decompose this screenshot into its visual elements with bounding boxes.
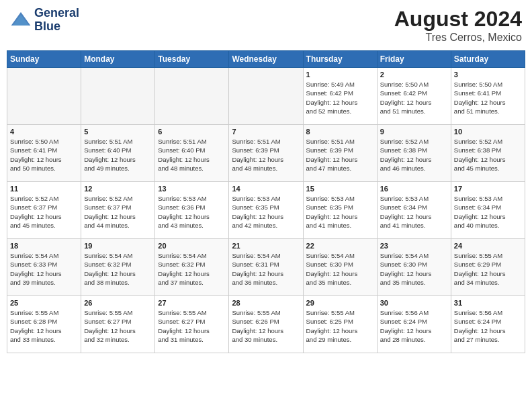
day-info: Sunrise: 5:52 AM Sunset: 6:38 PM Dayligh… (380, 137, 448, 173)
day-info: Sunrise: 5:50 AM Sunset: 6:41 PM Dayligh… (454, 80, 522, 116)
day-info: Sunrise: 5:53 AM Sunset: 6:36 PM Dayligh… (158, 194, 226, 230)
day-number: 18 (10, 242, 78, 250)
calendar-day-5: 5Sunrise: 5:51 AM Sunset: 6:40 PM Daylig… (81, 125, 155, 182)
day-number: 27 (158, 299, 226, 307)
calendar-day-empty (155, 68, 229, 125)
calendar-day-23: 23Sunrise: 5:54 AM Sunset: 6:30 PM Dayli… (377, 239, 451, 296)
day-info: Sunrise: 5:54 AM Sunset: 6:30 PM Dayligh… (306, 251, 374, 287)
calendar-day-25: 25Sunrise: 5:55 AM Sunset: 6:28 PM Dayli… (7, 296, 81, 353)
weekday-header-friday: Friday (377, 51, 451, 68)
day-info: Sunrise: 5:55 AM Sunset: 6:28 PM Dayligh… (10, 308, 78, 344)
weekday-header-row: SundayMondayTuesdayWednesdayThursdayFrid… (7, 51, 525, 68)
day-info: Sunrise: 5:55 AM Sunset: 6:26 PM Dayligh… (232, 308, 300, 344)
calendar-day-11: 11Sunrise: 5:52 AM Sunset: 6:37 PM Dayli… (7, 182, 81, 239)
day-number: 31 (454, 299, 522, 307)
calendar-day-4: 4Sunrise: 5:50 AM Sunset: 6:41 PM Daylig… (7, 125, 81, 182)
day-number: 22 (306, 242, 374, 250)
day-number: 23 (380, 242, 448, 250)
day-info: Sunrise: 5:51 AM Sunset: 6:39 PM Dayligh… (306, 137, 374, 173)
day-number: 28 (232, 299, 300, 307)
day-number: 3 (454, 71, 522, 79)
day-info: Sunrise: 5:53 AM Sunset: 6:35 PM Dayligh… (306, 194, 374, 230)
calendar-day-3: 3Sunrise: 5:50 AM Sunset: 6:41 PM Daylig… (451, 68, 525, 125)
day-info: Sunrise: 5:49 AM Sunset: 6:42 PM Dayligh… (306, 80, 374, 116)
day-info: Sunrise: 5:56 AM Sunset: 6:24 PM Dayligh… (380, 308, 448, 344)
day-info: Sunrise: 5:53 AM Sunset: 6:34 PM Dayligh… (380, 194, 448, 230)
calendar-day-15: 15Sunrise: 5:53 AM Sunset: 6:35 PM Dayli… (303, 182, 377, 239)
day-number: 16 (380, 185, 448, 193)
day-number: 17 (454, 185, 522, 193)
calendar-day-29: 29Sunrise: 5:55 AM Sunset: 6:25 PM Dayli… (303, 296, 377, 353)
calendar-week-row: 18Sunrise: 5:54 AM Sunset: 6:33 PM Dayli… (7, 239, 525, 296)
day-number: 14 (232, 185, 300, 193)
logo-text: General Blue (34, 7, 79, 34)
day-number: 5 (84, 128, 152, 136)
day-info: Sunrise: 5:55 AM Sunset: 6:27 PM Dayligh… (84, 308, 152, 344)
page-header: General Blue August 2024 Tres Cerros, Me… (7, 7, 525, 44)
day-info: Sunrise: 5:51 AM Sunset: 6:40 PM Dayligh… (84, 137, 152, 173)
calendar-day-7: 7Sunrise: 5:51 AM Sunset: 6:39 PM Daylig… (229, 125, 303, 182)
day-number: 19 (84, 242, 152, 250)
day-number: 13 (158, 185, 226, 193)
calendar-day-2: 2Sunrise: 5:50 AM Sunset: 6:42 PM Daylig… (377, 68, 451, 125)
calendar-day-31: 31Sunrise: 5:56 AM Sunset: 6:24 PM Dayli… (451, 296, 525, 353)
calendar-day-28: 28Sunrise: 5:55 AM Sunset: 6:26 PM Dayli… (229, 296, 303, 353)
weekday-header-tuesday: Tuesday (155, 51, 229, 68)
day-info: Sunrise: 5:55 AM Sunset: 6:25 PM Dayligh… (306, 308, 374, 344)
day-info: Sunrise: 5:50 AM Sunset: 6:41 PM Dayligh… (10, 137, 78, 173)
day-info: Sunrise: 5:54 AM Sunset: 6:30 PM Dayligh… (380, 251, 448, 287)
day-number: 21 (232, 242, 300, 250)
calendar-day-27: 27Sunrise: 5:55 AM Sunset: 6:27 PM Dayli… (155, 296, 229, 353)
weekday-header-wednesday: Wednesday (229, 51, 303, 68)
day-info: Sunrise: 5:54 AM Sunset: 6:31 PM Dayligh… (232, 251, 300, 287)
calendar-week-row: 25Sunrise: 5:55 AM Sunset: 6:28 PM Dayli… (7, 296, 525, 353)
calendar-day-12: 12Sunrise: 5:52 AM Sunset: 6:37 PM Dayli… (81, 182, 155, 239)
day-number: 7 (232, 128, 300, 136)
day-info: Sunrise: 5:51 AM Sunset: 6:40 PM Dayligh… (158, 137, 226, 173)
calendar-day-9: 9Sunrise: 5:52 AM Sunset: 6:38 PM Daylig… (377, 125, 451, 182)
day-info: Sunrise: 5:53 AM Sunset: 6:35 PM Dayligh… (232, 194, 300, 230)
day-number: 10 (454, 128, 522, 136)
calendar-day-8: 8Sunrise: 5:51 AM Sunset: 6:39 PM Daylig… (303, 125, 377, 182)
day-number: 26 (84, 299, 152, 307)
calendar-day-6: 6Sunrise: 5:51 AM Sunset: 6:40 PM Daylig… (155, 125, 229, 182)
calendar-day-17: 17Sunrise: 5:53 AM Sunset: 6:34 PM Dayli… (451, 182, 525, 239)
calendar-day-13: 13Sunrise: 5:53 AM Sunset: 6:36 PM Dayli… (155, 182, 229, 239)
calendar-week-row: 1Sunrise: 5:49 AM Sunset: 6:42 PM Daylig… (7, 68, 525, 125)
location: Tres Cerros, Mexico (394, 32, 522, 44)
day-number: 25 (10, 299, 78, 307)
calendar-week-row: 4Sunrise: 5:50 AM Sunset: 6:41 PM Daylig… (7, 125, 525, 182)
calendar-day-21: 21Sunrise: 5:54 AM Sunset: 6:31 PM Dayli… (229, 239, 303, 296)
day-number: 12 (84, 185, 152, 193)
day-info: Sunrise: 5:54 AM Sunset: 6:33 PM Dayligh… (10, 251, 78, 287)
day-number: 2 (380, 71, 448, 79)
calendar-day-empty (7, 68, 81, 125)
weekday-header-sunday: Sunday (7, 51, 81, 68)
day-number: 15 (306, 185, 374, 193)
day-info: Sunrise: 5:54 AM Sunset: 6:32 PM Dayligh… (84, 251, 152, 287)
title-block: August 2024 Tres Cerros, Mexico (394, 7, 522, 44)
day-number: 6 (158, 128, 226, 136)
weekday-header-monday: Monday (81, 51, 155, 68)
calendar-day-22: 22Sunrise: 5:54 AM Sunset: 6:30 PM Dayli… (303, 239, 377, 296)
day-number: 1 (306, 71, 374, 79)
calendar-day-16: 16Sunrise: 5:53 AM Sunset: 6:34 PM Dayli… (377, 182, 451, 239)
calendar-day-26: 26Sunrise: 5:55 AM Sunset: 6:27 PM Dayli… (81, 296, 155, 353)
day-info: Sunrise: 5:51 AM Sunset: 6:39 PM Dayligh… (232, 137, 300, 173)
calendar-week-row: 11Sunrise: 5:52 AM Sunset: 6:37 PM Dayli… (7, 182, 525, 239)
calendar-day-30: 30Sunrise: 5:56 AM Sunset: 6:24 PM Dayli… (377, 296, 451, 353)
calendar-day-19: 19Sunrise: 5:54 AM Sunset: 6:32 PM Dayli… (81, 239, 155, 296)
calendar-day-18: 18Sunrise: 5:54 AM Sunset: 6:33 PM Dayli… (7, 239, 81, 296)
weekday-header-thursday: Thursday (303, 51, 377, 68)
month-year: August 2024 (394, 7, 522, 32)
calendar-table: SundayMondayTuesdayWednesdayThursdayFrid… (7, 50, 525, 353)
day-info: Sunrise: 5:52 AM Sunset: 6:38 PM Dayligh… (454, 137, 522, 173)
day-info: Sunrise: 5:54 AM Sunset: 6:32 PM Dayligh… (158, 251, 226, 287)
day-info: Sunrise: 5:52 AM Sunset: 6:37 PM Dayligh… (10, 194, 78, 230)
day-info: Sunrise: 5:56 AM Sunset: 6:24 PM Dayligh… (454, 308, 522, 344)
calendar-day-1: 1Sunrise: 5:49 AM Sunset: 6:42 PM Daylig… (303, 68, 377, 125)
calendar-day-empty (81, 68, 155, 125)
day-number: 29 (306, 299, 374, 307)
calendar-day-empty (229, 68, 303, 125)
day-number: 11 (10, 185, 78, 193)
